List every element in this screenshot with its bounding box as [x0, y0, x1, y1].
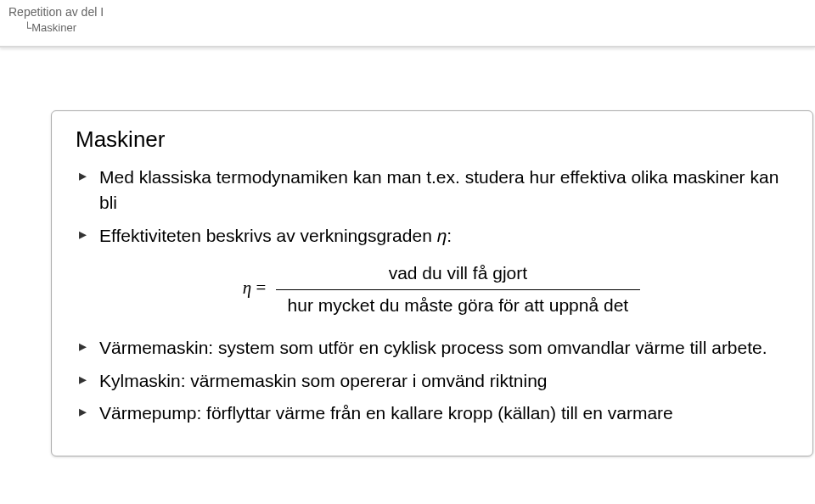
breadcrumb-line1: Repetition av del I — [8, 5, 104, 19]
bullet-text-4: Kylmaskin: värmemaskin som opererar i om… — [99, 371, 548, 390]
bullet-text-2: Effektiviteten beskrivs av verkningsgrad… — [99, 226, 437, 245]
block-title: Maskiner — [76, 126, 789, 153]
list-item: Effektiviteten beskrivs av verkningsgrad… — [76, 223, 789, 318]
equation: η = vad du vill få gjort hur mycket du m… — [99, 260, 789, 318]
tree-branch-icon: └ — [24, 21, 31, 34]
equation-denominator: hur mycket du måste göra för att uppnå d… — [276, 290, 641, 318]
breadcrumb-text-2: Maskiner — [31, 21, 76, 34]
bullet-text-3: Värmemaskin: system som utför en cyklisk… — [99, 338, 767, 357]
breadcrumb-line2: └ Maskiner — [24, 21, 76, 34]
list-item: Värmemaskin: system som utför en cyklisk… — [76, 335, 789, 361]
list-item: Värmepump: förflyttar värme från en kall… — [76, 400, 789, 426]
equation-numerator: vad du vill få gjort — [276, 260, 641, 289]
content-block: Maskiner Med klassiska termodynamiken ka… — [51, 110, 813, 456]
slide: Repetition av del I └ Maskiner Maskiner … — [0, 0, 815, 504]
list-item: Kylmaskin: värmemaskin som opererar i om… — [76, 368, 789, 394]
breadcrumb-text-1: Repetition av del I — [8, 5, 104, 19]
list-item: Med klassiska termodynamiken kan man t.e… — [76, 165, 789, 216]
equation-equals: = — [251, 277, 270, 298]
colon: : — [447, 226, 452, 245]
bullet-text-5: Värmepump: förflyttar värme från en kall… — [99, 403, 673, 423]
equation-lhs: η — [243, 277, 251, 298]
bullet-list: Med klassiska termodynamiken kan man t.e… — [76, 165, 789, 427]
equation-fraction: vad du vill få gjort hur mycket du måste… — [276, 260, 641, 318]
eta-symbol: η — [437, 226, 447, 245]
bullet-text-1: Med klassiska termodynamiken kan man t.e… — [99, 167, 778, 212]
header-divider — [0, 46, 815, 48]
